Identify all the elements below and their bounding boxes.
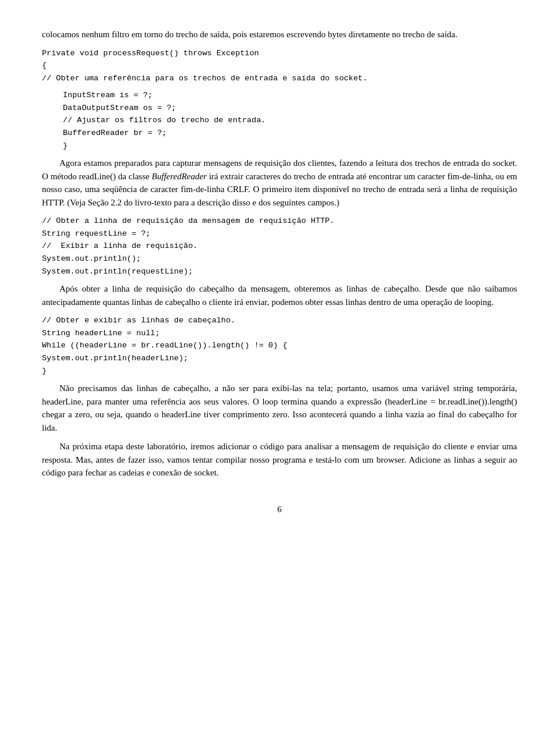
- paragraph-2: Agora estamos preparados para capturar m…: [42, 157, 517, 209]
- intro-paragraph: colocamos nenhum filtro em torno do trec…: [42, 28, 517, 41]
- code-block-2: InputStream is = ?; DataOutputStream os …: [63, 89, 517, 152]
- paragraph-3: Após obter a linha de requisição do cabe…: [42, 282, 517, 308]
- code-block-4: // Obter e exibir as linhas de cabeçalho…: [42, 314, 517, 377]
- code-block-1: Private void processRequest() throws Exc…: [42, 47, 517, 85]
- code-block-3: // Obter a linha de requisição da mensag…: [42, 215, 517, 278]
- page-number: 6: [42, 503, 517, 516]
- paragraph-4: Não precisamos das linhas de cabeçalho, …: [42, 382, 517, 434]
- paragraph-5: Na próxima etapa deste laboratório, irem…: [42, 440, 517, 480]
- page-content: colocamos nenhum filtro em torno do trec…: [42, 28, 517, 516]
